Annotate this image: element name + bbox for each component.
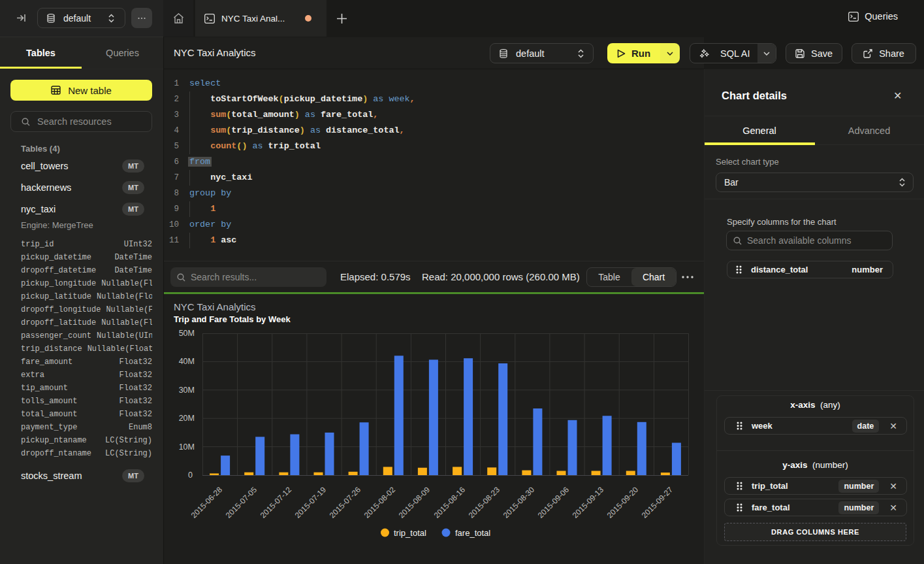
svg-text:2015-08-09: 2015-08-09: [397, 485, 432, 520]
svg-text:2015-08-02: 2015-08-02: [362, 485, 398, 520]
svg-text:20M: 20M: [179, 414, 195, 423]
svg-text:2015-07-26: 2015-07-26: [328, 485, 363, 520]
svg-text:2015-07-05: 2015-07-05: [224, 485, 259, 520]
svg-text:2015-09-27: 2015-09-27: [640, 485, 675, 520]
svg-text:30M: 30M: [179, 386, 195, 395]
svg-text:40M: 40M: [179, 357, 195, 366]
svg-text:2015-09-06: 2015-09-06: [536, 485, 571, 520]
svg-text:2015-08-30: 2015-08-30: [502, 485, 537, 520]
svg-text:trip_total: trip_total: [394, 528, 426, 538]
svg-text:2015-06-28: 2015-06-28: [189, 485, 225, 520]
svg-text:10M: 10M: [179, 442, 195, 452]
svg-text:2015-09-20: 2015-09-20: [605, 485, 641, 520]
svg-text:2015-07-12: 2015-07-12: [259, 485, 294, 520]
svg-text:2015-09-13: 2015-09-13: [571, 485, 606, 520]
svg-text:0: 0: [188, 471, 193, 480]
svg-text:50M: 50M: [179, 329, 195, 338]
svg-text:2015-08-16: 2015-08-16: [432, 485, 468, 520]
svg-text:fare_total: fare_total: [455, 528, 490, 538]
svg-text:2015-07-19: 2015-07-19: [293, 485, 328, 520]
svg-text:2015-08-23: 2015-08-23: [467, 485, 502, 520]
